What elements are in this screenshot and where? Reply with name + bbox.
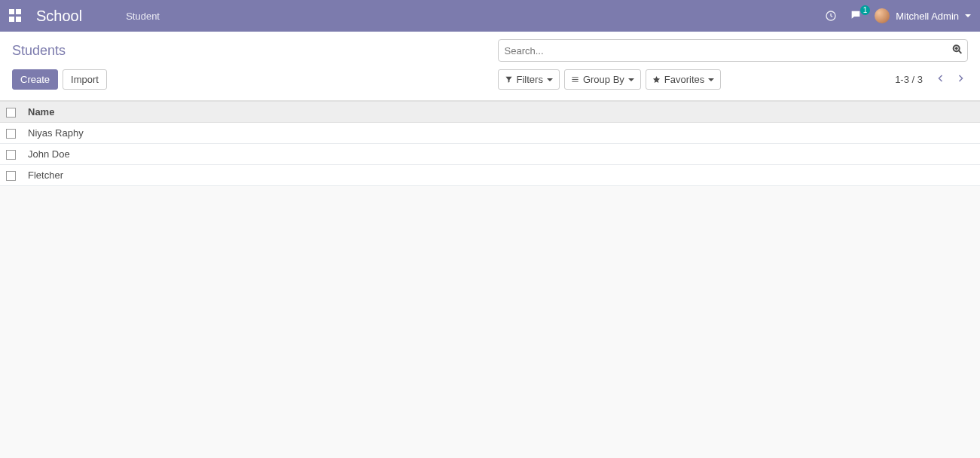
discuss-icon[interactable]: 1 (849, 9, 862, 23)
pager-next[interactable] (953, 71, 968, 88)
create-button[interactable]: Create (12, 69, 58, 90)
caret-down-icon (547, 78, 553, 81)
favorites-label: Favorites (664, 74, 704, 85)
table-row[interactable]: John Doe (0, 144, 980, 165)
search-icon[interactable] (951, 44, 963, 58)
app-title[interactable]: School (36, 8, 82, 25)
table-row[interactable]: Niyas Raphy (0, 123, 980, 144)
students-table: Name Niyas Raphy John Doe Fletcher (0, 101, 980, 186)
caret-down-icon (628, 78, 634, 81)
filters-bar: Filters Group By Favorites 1-3 / 3 (498, 69, 969, 90)
apps-icon[interactable] (9, 9, 23, 23)
pager-prev[interactable] (933, 71, 948, 88)
cell-name: Fletcher (22, 165, 980, 186)
chevron-right-icon (956, 74, 965, 83)
cell-name: Niyas Raphy (22, 123, 980, 144)
content-area: Name Niyas Raphy John Doe Fletcher (0, 101, 980, 402)
main-navbar: School Student 1 Mitchell Admin (0, 0, 980, 32)
groupby-button[interactable]: Group By (564, 69, 641, 90)
chevron-left-icon (936, 74, 945, 83)
funnel-icon (505, 75, 513, 84)
col-name[interactable]: Name (22, 102, 980, 123)
row-checkbox[interactable] (6, 129, 16, 139)
select-all-header (0, 102, 22, 123)
list-icon (571, 75, 579, 84)
caret-down-icon (965, 14, 971, 17)
menu-student[interactable]: Student (126, 11, 160, 22)
breadcrumb: Students (12, 43, 483, 59)
avatar (875, 8, 890, 23)
filters-button[interactable]: Filters (498, 69, 560, 90)
search-input[interactable] (498, 39, 969, 62)
select-all-checkbox[interactable] (6, 108, 16, 118)
control-panel: Students Create Import Filters Group By … (0, 32, 980, 101)
svg-line-2 (959, 50, 962, 53)
row-checkbox[interactable] (6, 171, 16, 181)
row-checkbox[interactable] (6, 150, 16, 160)
favorites-button[interactable]: Favorites (646, 69, 721, 90)
table-row[interactable]: Fletcher (0, 165, 980, 186)
pager-range: 1-3 / 3 (895, 74, 923, 85)
caret-down-icon (708, 78, 714, 81)
groupby-label: Group By (583, 74, 624, 85)
filters-label: Filters (517, 74, 543, 85)
search-container (498, 39, 969, 62)
activity-icon[interactable] (825, 10, 837, 22)
user-name: Mitchell Admin (896, 11, 959, 22)
cell-name: John Doe (22, 144, 980, 165)
import-button[interactable]: Import (63, 69, 107, 90)
star-icon (652, 75, 661, 84)
user-menu[interactable]: Mitchell Admin (875, 8, 971, 23)
discuss-badge: 1 (860, 5, 871, 15)
page-title: Students (12, 43, 66, 58)
action-buttons: Create Import (12, 69, 483, 90)
